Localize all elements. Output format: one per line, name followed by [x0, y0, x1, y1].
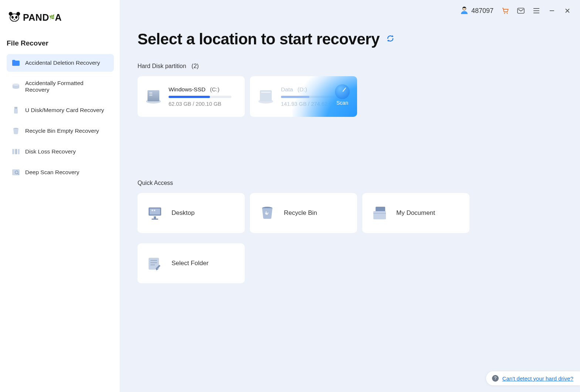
help-chip[interactable]: ? Can't detect your hard drive? [486, 371, 580, 385]
quick-recycle-bin[interactable]: Recycle Bin [250, 193, 357, 233]
partition-body: Windows-SSD (C:) 62.03 GB / 200.10 GB [169, 86, 237, 107]
select-folder-icon [146, 255, 163, 272]
quick-access-label: Quick Access [138, 180, 562, 186]
sidebar-item-label: Accidental Deletion Recovery [25, 60, 100, 66]
sidebar-item-deep-scan[interactable]: Deep Scan Recovery [7, 163, 114, 181]
disk-icon [12, 83, 20, 90]
minimize-icon[interactable] [548, 7, 556, 14]
partitions-label: Hard Disk partition [138, 63, 186, 69]
sidebar-item-formatted[interactable]: Accidentally Formatted Recovery [7, 75, 114, 98]
partition-card-c[interactable]: Windows-SSD (C:) 62.03 GB / 200.10 GB [138, 76, 245, 117]
mail-icon[interactable] [517, 7, 525, 14]
sidebar-item-label: Deep Scan Recovery [25, 169, 79, 176]
sidebar-item-accidental-deletion[interactable]: Accidental Deletion Recovery [7, 54, 114, 72]
gauge-icon [335, 84, 350, 99]
recycle-bin-icon [259, 205, 276, 222]
disk-loss-icon [12, 148, 20, 155]
scan-button[interactable]: Scan [335, 84, 350, 106]
usb-icon [12, 107, 20, 114]
page-title: Select a location to start recovery [138, 30, 380, 48]
cart-icon[interactable] [502, 7, 509, 14]
partition-letter: (C:) [210, 86, 220, 93]
svg-rect-9 [14, 109, 18, 114]
quick-access-cards: Desktop Recycle Bin My Document [138, 193, 562, 283]
quick-label: My Document [396, 209, 435, 217]
usage-bar [169, 96, 231, 98]
svg-rect-13 [18, 149, 20, 154]
panda-logo-icon [8, 11, 21, 24]
svg-point-2 [16, 12, 20, 16]
partition-card-d[interactable]: Data (D:) 141.93 GB / 274.62 GB Scan [250, 76, 357, 117]
scan-label: Scan [336, 100, 348, 106]
partition-name: Windows-SSD [169, 86, 206, 93]
partition-cards: Windows-SSD (C:) 62.03 GB / 200.10 GB [138, 76, 562, 117]
svg-rect-12 [15, 149, 17, 154]
trash-icon [12, 127, 20, 135]
partition-size: 62.03 GB / 200.10 GB [169, 101, 237, 107]
desktop-icon [146, 205, 163, 222]
svg-rect-41 [154, 216, 156, 219]
svg-rect-48 [150, 262, 157, 263]
svg-rect-30 [147, 90, 159, 101]
svg-point-19 [504, 13, 505, 14]
help-icon: ? [492, 375, 499, 382]
sidebar-nav: Accidental Deletion Recovery Accidentall… [0, 54, 120, 184]
svg-rect-38 [150, 209, 160, 214]
document-folder-icon [371, 205, 388, 222]
partitions-count: (2) [191, 63, 199, 69]
hdd-icon [257, 88, 274, 105]
quick-desktop[interactable]: Desktop [138, 193, 245, 233]
menu-icon[interactable] [533, 7, 540, 14]
sidebar-item-label: U Disk/Memory Card Recovery [25, 107, 104, 114]
svg-point-1 [9, 12, 13, 16]
svg-rect-45 [373, 211, 386, 219]
svg-rect-33 [149, 95, 152, 96]
main-area: 487097 Select a location to start recove… [120, 0, 580, 392]
sidebar-item-usb[interactable]: U Disk/Memory Card Recovery [7, 101, 114, 119]
sidebar-item-disk-loss[interactable]: Disk Loss Recovery [7, 143, 114, 160]
quick-select-folder[interactable]: Select Folder [138, 243, 245, 283]
svg-point-7 [13, 84, 19, 86]
quick-label: Recycle Bin [284, 209, 317, 217]
svg-rect-49 [150, 264, 155, 266]
svg-rect-32 [149, 94, 152, 94]
user-id: 487097 [471, 7, 493, 15]
quick-label: Desktop [172, 209, 194, 217]
svg-rect-8 [14, 107, 17, 109]
folder-icon [12, 59, 20, 67]
content: Select a location to start recovery Hard… [120, 21, 580, 392]
svg-rect-42 [152, 219, 158, 220]
sidebar: PAND🌿A File Recover Accidental Deletion … [0, 0, 120, 392]
sidebar-item-label: Recycle Bin Empty Recovery [25, 128, 99, 134]
quick-label: Select Folder [172, 260, 208, 267]
svg-rect-40 [154, 210, 155, 211]
sidebar-item-recycle-bin[interactable]: Recycle Bin Empty Recovery [7, 122, 114, 140]
quick-access-section: Quick Access Desktop Recycle Bin [138, 180, 562, 283]
svg-point-5 [14, 19, 15, 20]
hdd-icon [145, 88, 162, 105]
topbar: 487097 [120, 0, 580, 21]
app-logo-text: PAND🌿A [23, 12, 62, 23]
deep-scan-icon [12, 169, 20, 176]
svg-point-20 [507, 13, 508, 14]
help-link[interactable]: Can't detect your hard drive? [502, 375, 573, 382]
partitions-header: Hard Disk partition (2) [138, 63, 562, 70]
svg-rect-47 [150, 260, 157, 261]
quick-my-document[interactable]: My Document [362, 193, 469, 233]
app-logo: PAND🌿A [0, 7, 120, 34]
avatar-icon [460, 6, 468, 16]
svg-rect-31 [149, 92, 152, 93]
sidebar-item-label: Disk Loss Recovery [25, 148, 76, 155]
svg-rect-39 [152, 210, 153, 211]
svg-rect-11 [12, 149, 14, 154]
sidebar-title: File Recover [0, 34, 120, 54]
user-info[interactable]: 487097 [460, 6, 493, 16]
svg-rect-36 [261, 92, 271, 93]
sidebar-item-label: Accidentally Formatted Recovery [25, 80, 109, 93]
refresh-icon[interactable] [386, 34, 394, 44]
svg-rect-21 [518, 8, 524, 13]
page-title-row: Select a location to start recovery [138, 30, 562, 48]
close-icon[interactable] [564, 7, 571, 14]
